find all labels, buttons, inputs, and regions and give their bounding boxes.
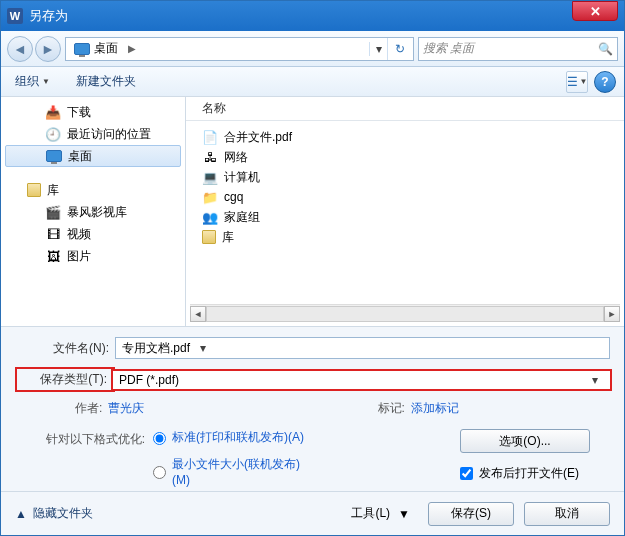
horizontal-scrollbar[interactable]: ◄ ► [190,304,620,322]
sidebar-item-desktop[interactable]: 桌面 [5,145,181,167]
forward-button[interactable]: ► [35,36,61,62]
desktop-icon [74,43,90,55]
download-icon: 📥 [45,104,61,120]
author-label: 作者: [75,400,102,417]
options-button[interactable]: 选项(O)... [460,429,590,453]
titlebar: W 另存为 ✕ [1,1,624,31]
video-icon: 🎞 [45,226,61,242]
new-folder-button[interactable]: 新建文件夹 [70,70,142,93]
author-value[interactable]: 曹光庆 [108,400,144,417]
search-icon: 🔍 [598,42,613,56]
hide-folders-button[interactable]: ▲隐藏文件夹 [15,505,93,522]
filetype-label: 保存类型(T): [15,367,115,392]
computer-icon: 💻 [202,169,218,185]
folder-icon: 📁 [202,189,218,205]
network-icon: 🖧 [202,149,218,165]
form-area: 文件名(N): 专用文档.pdf▾ 保存类型(T): PDF (*.pdf)▾ … [1,327,624,491]
word-icon: W [7,8,23,24]
optimize-label: 针对以下格式优化: [35,429,145,487]
desktop-icon [46,150,62,162]
pdf-icon: 📄 [202,129,218,145]
window-title: 另存为 [29,7,572,25]
tools-button[interactable]: 工具(L)▼ [343,505,418,522]
sidebar-item-video[interactable]: 🎞视频 [1,223,185,245]
file-pane: 名称 📄合并文件.pdf 🖧网络 💻计算机 📁cgq 👥家庭组 库 ◄ ► [186,97,624,326]
toolbar: 组织▼ 新建文件夹 ☰▼ ? [1,67,624,97]
list-item[interactable]: 🖧网络 [196,147,614,167]
list-item[interactable]: 👥家庭组 [196,207,614,227]
sidebar-item-libraries[interactable]: 库 [1,179,185,201]
cancel-button[interactable]: 取消 [524,502,610,526]
list-item[interactable]: 库 [196,227,614,247]
address-bar[interactable]: 桌面 ▶ ▾ ↻ [65,37,414,61]
save-as-dialog: W 另存为 ✕ ◄ ► 桌面 ▶ ▾ ↻ 搜索 桌面 🔍 组织▼ 新建文件夹 ☰… [0,0,625,536]
filename-input[interactable]: 专用文档.pdf▾ [115,337,610,359]
nav-row: ◄ ► 桌面 ▶ ▾ ↻ 搜索 桌面 🔍 [1,31,624,67]
tags-value[interactable]: 添加标记 [411,400,459,417]
breadcrumb-segment[interactable]: 桌面 [94,40,118,57]
file-list[interactable]: 📄合并文件.pdf 🖧网络 💻计算机 📁cgq 👥家庭组 库 [186,121,624,304]
radio-standard[interactable]: 标准(打印和联机发布)(A) [153,429,313,446]
sidebar: 📥下载 🕘最近访问的位置 桌面 库 🎬暴风影视库 🎞视频 🖼图片 [1,97,186,326]
list-item[interactable]: 📁cgq [196,187,614,207]
sidebar-item-downloads[interactable]: 📥下载 [1,101,185,123]
footer: ▲隐藏文件夹 工具(L)▼ 保存(S) 取消 [1,491,624,535]
homegroup-icon: 👥 [202,209,218,225]
open-after-checkbox[interactable]: 发布后打开文件(E) [460,465,579,482]
scroll-right-icon[interactable]: ► [604,306,620,322]
filename-label: 文件名(N): [15,340,115,357]
organize-button[interactable]: 组织▼ [9,70,56,93]
address-dropdown[interactable]: ▾ [369,42,387,56]
search-input[interactable]: 搜索 桌面 🔍 [418,37,618,61]
picture-icon: 🖼 [45,248,61,264]
chevron-down-icon[interactable]: ▾ [586,373,604,387]
scroll-left-icon[interactable]: ◄ [190,306,206,322]
column-header-name[interactable]: 名称 [186,97,624,121]
list-item[interactable]: 💻计算机 [196,167,614,187]
sidebar-item-recent[interactable]: 🕘最近访问的位置 [1,123,185,145]
close-button[interactable]: ✕ [572,1,618,21]
filetype-select[interactable]: PDF (*.pdf)▾ [111,369,612,391]
radio-minimum[interactable]: 最小文件大小(联机发布)(M) [153,456,313,487]
help-button[interactable]: ? [594,71,616,93]
library-icon [202,230,216,244]
sidebar-item-baofeng[interactable]: 🎬暴风影视库 [1,201,185,223]
recent-icon: 🕘 [45,126,61,142]
search-placeholder: 搜索 桌面 [423,40,474,57]
chevron-right-icon[interactable]: ▶ [124,43,140,54]
tags-label: 标记: [378,400,405,417]
back-button[interactable]: ◄ [7,36,33,62]
save-button[interactable]: 保存(S) [428,502,514,526]
video-icon: 🎬 [45,204,61,220]
chevron-up-icon: ▲ [15,507,27,521]
sidebar-item-pictures[interactable]: 🖼图片 [1,245,185,267]
refresh-button[interactable]: ↻ [387,38,411,60]
library-icon [27,183,41,197]
list-item[interactable]: 📄合并文件.pdf [196,127,614,147]
view-button[interactable]: ☰▼ [566,71,588,93]
chevron-down-icon[interactable]: ▾ [194,341,212,355]
